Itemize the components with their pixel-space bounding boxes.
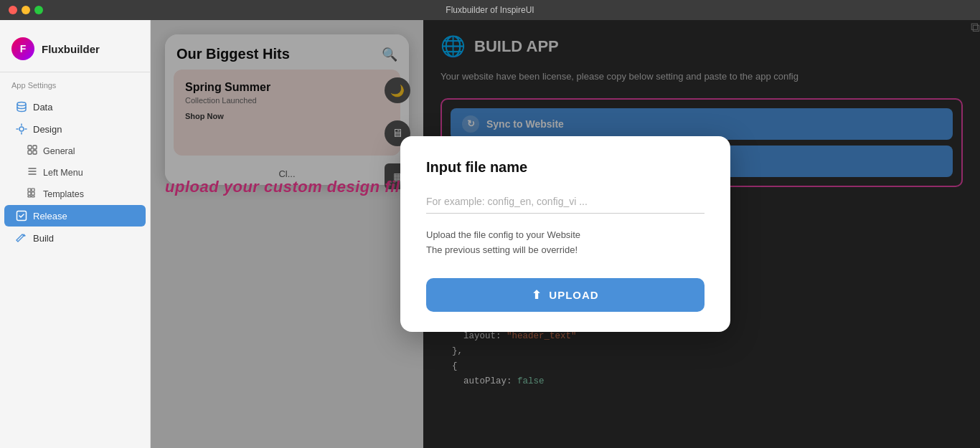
app-container: F Fluxbuilder App Settings Data Desi xyxy=(0,20,980,448)
upload-arrow-icon: ⬆ xyxy=(532,288,542,302)
modal-description: Upload the file config to your Website T… xyxy=(426,228,705,258)
app-logo-area: F Fluxbuilder xyxy=(0,29,150,72)
sidebar-general-label: General xyxy=(43,146,75,156)
svg-rect-3 xyxy=(33,146,37,149)
content-area: Our Biggest Hits 🔍 Spring Summer Collect… xyxy=(151,20,980,448)
sidebar-release-label: Release xyxy=(33,211,67,221)
sidebar-section-label: App Settings xyxy=(0,78,150,95)
sidebar-design-label: Design xyxy=(33,124,62,135)
app-logo-icon: F xyxy=(11,37,34,60)
upload-label: UPLOAD xyxy=(549,289,598,301)
svg-rect-8 xyxy=(28,192,31,195)
app-name-label: Fluxbuilder xyxy=(42,43,100,55)
modal-dialog: Input file name Upload the file config t… xyxy=(400,136,730,332)
sidebar-data-label: Data xyxy=(33,102,52,113)
svg-rect-6 xyxy=(28,189,31,191)
release-icon xyxy=(16,210,27,221)
svg-rect-9 xyxy=(32,192,34,195)
sidebar-item-build[interactable]: Build xyxy=(4,227,146,249)
design-icon xyxy=(16,123,27,135)
title-bar: Fluxbuilder of InspireUI xyxy=(0,0,980,20)
sidebar-item-templates[interactable]: Templates xyxy=(10,184,146,204)
svg-rect-10 xyxy=(28,196,31,197)
left-menu-icon xyxy=(27,166,37,178)
svg-rect-4 xyxy=(28,151,32,154)
minimize-button[interactable] xyxy=(22,6,30,14)
sidebar-item-left-menu[interactable]: Left Menu xyxy=(10,162,146,183)
svg-rect-5 xyxy=(33,151,37,154)
sidebar-item-data[interactable]: Data xyxy=(4,96,146,118)
svg-point-0 xyxy=(17,103,26,106)
sidebar-item-general[interactable]: General xyxy=(10,140,146,161)
sidebar-item-release[interactable]: Release xyxy=(4,205,146,227)
upload-button[interactable]: ⬆ UPLOAD xyxy=(426,278,705,312)
general-icon xyxy=(27,145,37,157)
design-subitems: General Left Menu xyxy=(0,140,150,204)
filename-input[interactable] xyxy=(426,190,705,214)
svg-rect-11 xyxy=(32,196,34,197)
close-button[interactable] xyxy=(9,6,17,14)
sidebar: F Fluxbuilder App Settings Data Desi xyxy=(0,20,151,448)
window-title: Fluxbuilder of InspireUI xyxy=(446,5,534,15)
sidebar-item-design[interactable]: Design xyxy=(4,118,146,140)
data-icon xyxy=(16,101,27,113)
svg-point-1 xyxy=(19,127,24,131)
templates-icon xyxy=(27,188,37,200)
sidebar-build-label: Build xyxy=(33,233,54,244)
svg-rect-7 xyxy=(32,189,34,191)
svg-rect-2 xyxy=(28,146,32,149)
window-controls xyxy=(9,6,43,14)
maximize-button[interactable] xyxy=(34,6,43,14)
sidebar-templates-label: Templates xyxy=(43,189,84,199)
sidebar-leftmenu-label: Left Menu xyxy=(43,168,83,178)
modal-title: Input file name xyxy=(426,159,705,176)
modal-overlay[interactable]: Input file name Upload the file config t… xyxy=(151,20,980,448)
build-icon xyxy=(16,232,27,244)
